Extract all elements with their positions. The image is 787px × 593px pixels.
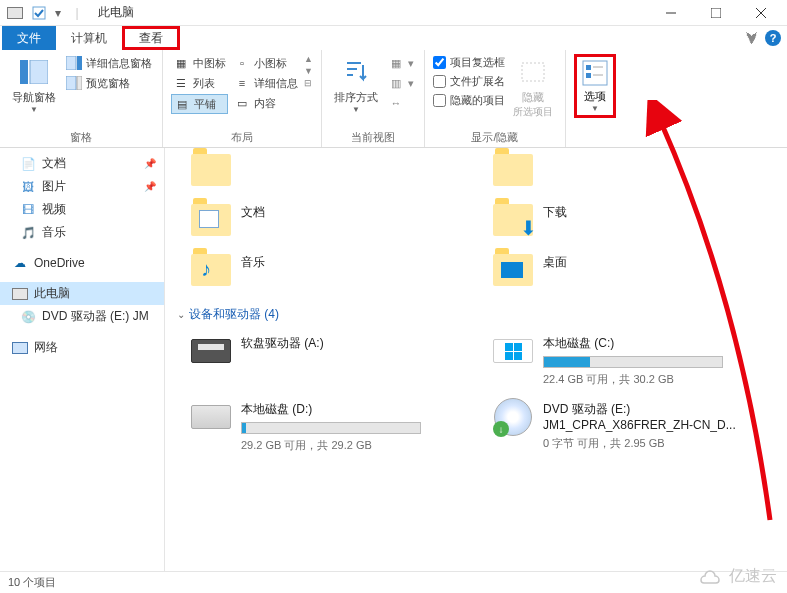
qat-checkbox-icon[interactable] <box>28 2 50 24</box>
drive-item-d[interactable]: 本地磁盘 (D:) 29.2 GB 可用，共 29.2 GB <box>191 397 473 453</box>
chk-file-extensions[interactable]: 文件扩展名 <box>433 73 505 90</box>
navigation-sidebar: 📄文档📌 🖼图片📌 🎞视频 🎵音乐 ☁OneDrive 此电脑 💿DVD 驱动器… <box>0 148 165 571</box>
hide-icon <box>517 56 549 88</box>
layout-small-icons[interactable]: ▫小图标 <box>232 54 300 72</box>
tab-computer[interactable]: 计算机 <box>56 26 122 50</box>
ribbon: 导航窗格 ▼ 详细信息窗格 预览窗格 窗格 ▦中图标 ☰列表 ▤平铺 <box>0 50 787 148</box>
qat-separator: | <box>66 2 88 24</box>
folder-item-music[interactable]: ♪音乐 <box>191 250 473 290</box>
options-button[interactable]: 选项 ▼ <box>574 54 616 118</box>
sidebar-item-onedrive[interactable]: ☁OneDrive <box>0 252 164 274</box>
layout-scroll-down[interactable]: ▼ <box>304 66 313 76</box>
ribbon-tabs: 文件 计算机 查看 ⮟ ? <box>0 26 787 50</box>
svg-rect-13 <box>586 65 591 70</box>
layout-expand[interactable]: ⊟ <box>304 78 313 88</box>
svg-rect-2 <box>711 8 721 18</box>
sidebar-item-music[interactable]: 🎵音乐 <box>0 221 164 244</box>
tab-view[interactable]: 查看 <box>122 26 180 50</box>
sidebar-item-this-pc[interactable]: 此电脑 <box>0 282 164 305</box>
title-bar: ▾ | 此电脑 <box>0 0 787 26</box>
ribbon-group-panes: 导航窗格 ▼ 详细信息窗格 预览窗格 窗格 <box>0 50 163 147</box>
sidebar-item-videos[interactable]: 🎞视频 <box>0 198 164 221</box>
nav-pane-button[interactable]: 导航窗格 ▼ <box>8 54 60 116</box>
pin-icon: 📌 <box>144 181 156 192</box>
minimize-button[interactable] <box>648 0 693 26</box>
detail-pane-icon <box>66 55 82 71</box>
qat-dropdown-icon[interactable]: ▾ <box>52 2 64 24</box>
sidebar-item-documents[interactable]: 📄文档📌 <box>0 152 164 175</box>
app-icon[interactable] <box>4 2 26 24</box>
folder-item-downloads[interactable]: ⬇下载 <box>493 200 775 240</box>
layout-medium-icons[interactable]: ▦中图标 <box>171 54 228 72</box>
folder-item-desktop[interactable]: 桌面 <box>493 250 775 290</box>
sort-by-button[interactable]: 排序方式 ▼ <box>330 54 382 116</box>
drive-item-floppy[interactable]: 软盘驱动器 (A:) <box>191 331 473 387</box>
sort-icon <box>340 56 372 88</box>
folder-item-thumb[interactable] <box>493 150 775 190</box>
ribbon-group-label: 窗格 <box>8 130 154 145</box>
layout-list[interactable]: ☰列表 <box>171 74 228 92</box>
layout-tiles[interactable]: ▤平铺 <box>171 94 228 114</box>
ribbon-group-show-hide: 项目复选框 文件扩展名 隐藏的项目 隐藏 所选项目 显示/隐藏 <box>425 50 566 147</box>
hide-selected-button[interactable]: 隐藏 所选项目 <box>509 54 557 121</box>
svg-rect-0 <box>33 7 45 19</box>
minimize-ribbon-icon[interactable]: ⮟ <box>745 30 759 46</box>
svg-rect-10 <box>77 76 82 90</box>
status-item-count: 10 个项目 <box>8 575 56 590</box>
maximize-button[interactable] <box>693 0 738 26</box>
size-columns-button[interactable]: ↔ <box>386 94 416 112</box>
chk-item-checkboxes[interactable]: 项目复选框 <box>433 54 505 71</box>
preview-pane-icon <box>66 75 82 91</box>
add-columns-button[interactable]: ▥▾ <box>386 74 416 92</box>
ribbon-group-current-view: 排序方式 ▼ ▦▾ ▥▾ ↔ 当前视图 <box>322 50 425 147</box>
section-header-devices[interactable]: ⌄ 设备和驱动器 (4) <box>177 306 775 323</box>
watermark: 亿速云 <box>697 566 777 587</box>
svg-rect-6 <box>30 60 48 84</box>
drive-item-dvd[interactable]: ↓ DVD 驱动器 (E:) JM1_CPRA_X86FRER_ZH-CN_D.… <box>493 397 775 453</box>
detail-pane-button[interactable]: 详细信息窗格 <box>64 54 154 72</box>
chk-hidden-items[interactable]: 隐藏的项目 <box>433 92 505 109</box>
close-button[interactable] <box>738 0 783 26</box>
sidebar-item-dvd[interactable]: 💿DVD 驱动器 (E:) JM <box>0 305 164 328</box>
main-view[interactable]: 文档 ⬇下载 ♪音乐 桌面 ⌄ 设备和驱动器 (4) 软盘驱动器 (A:) 本地… <box>165 148 787 571</box>
svg-rect-8 <box>77 56 82 70</box>
window-title: 此电脑 <box>98 4 134 21</box>
help-icon[interactable]: ? <box>765 30 781 46</box>
window-controls <box>648 0 783 26</box>
drive-item-c[interactable]: 本地磁盘 (C:) 22.4 GB 可用，共 30.2 GB <box>493 331 775 387</box>
folder-item-thumb[interactable] <box>191 150 473 190</box>
chevron-down-icon: ⌄ <box>177 309 185 320</box>
layout-scroll-up[interactable]: ▲ <box>304 54 313 64</box>
svg-rect-11 <box>522 63 544 81</box>
svg-rect-9 <box>66 76 76 90</box>
sidebar-item-pictures[interactable]: 🖼图片📌 <box>0 175 164 198</box>
content-area: 📄文档📌 🖼图片📌 🎞视频 🎵音乐 ☁OneDrive 此电脑 💿DVD 驱动器… <box>0 148 787 571</box>
sidebar-item-network[interactable]: 网络 <box>0 336 164 359</box>
preview-pane-button[interactable]: 预览窗格 <box>64 74 154 92</box>
pin-icon: 📌 <box>144 158 156 169</box>
svg-rect-5 <box>20 60 28 84</box>
tab-file[interactable]: 文件 <box>2 26 56 50</box>
layout-details[interactable]: ≡详细信息 <box>232 74 300 92</box>
svg-rect-7 <box>66 56 76 70</box>
folder-item-documents[interactable]: 文档 <box>191 200 473 240</box>
group-by-button[interactable]: ▦▾ <box>386 54 416 72</box>
layout-content[interactable]: ▭内容 <box>232 94 300 112</box>
ribbon-group-options: 选项 ▼ <box>566 50 624 147</box>
svg-rect-15 <box>586 73 591 78</box>
ribbon-group-layout: ▦中图标 ☰列表 ▤平铺 ▫小图标 ≡详细信息 ▭内容 ▲ ▼ ⊟ 布局 <box>163 50 322 147</box>
quick-access-toolbar: ▾ | <box>4 2 88 24</box>
nav-pane-icon <box>18 56 50 88</box>
status-bar: 10 个项目 <box>0 571 787 593</box>
options-icon <box>581 59 609 89</box>
